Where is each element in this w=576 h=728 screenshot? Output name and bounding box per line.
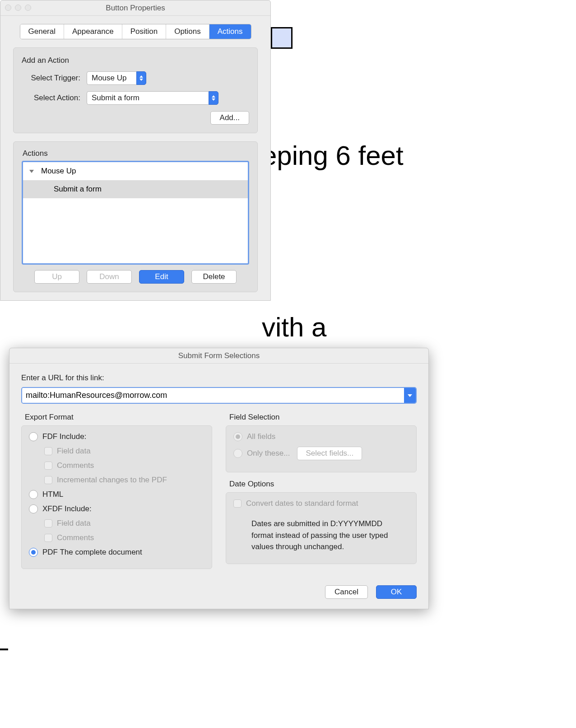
radio-icon xyxy=(233,432,242,441)
button-properties-window: Button Properties General Appearance Pos… xyxy=(0,0,271,301)
check-label: Comments xyxy=(57,461,94,470)
url-input[interactable] xyxy=(22,388,404,403)
radio-all-fields: All fields xyxy=(233,432,409,441)
up-button[interactable]: Up xyxy=(34,270,79,284)
trigger-value: Mouse Up xyxy=(87,71,136,85)
date-options-panel: Convert dates to standard format Dates a… xyxy=(226,492,417,564)
actions-list[interactable]: Mouse Up Submit a form xyxy=(22,161,249,265)
zoom-icon[interactable] xyxy=(25,5,31,11)
actions-item-mouse-up[interactable]: Mouse Up xyxy=(23,162,248,180)
radio-label: HTML xyxy=(42,490,63,499)
add-action-panel: Add an Action Select Trigger: Mouse Up S… xyxy=(13,47,258,133)
titlebar[interactable]: Submit Form Selections xyxy=(9,348,428,364)
bg-text-1: eping 6 feet xyxy=(262,140,404,171)
date-note: Dates are submitted in D:YYYYMMDD format… xyxy=(233,513,409,557)
checkbox-icon xyxy=(44,534,52,542)
window-controls xyxy=(5,5,31,11)
action-value: Submit a form xyxy=(87,91,209,105)
check-fdf-field-data: Field data xyxy=(44,447,204,456)
radio-label: FDF Include: xyxy=(42,432,86,441)
chevron-updown-icon xyxy=(136,71,146,85)
titlebar[interactable]: Button Properties xyxy=(0,0,270,16)
check-label: Incremental changes to the PDF xyxy=(57,476,167,485)
radio-label: XFDF Include: xyxy=(42,504,92,513)
select-fields-button: Select fields... xyxy=(297,447,362,460)
export-format-column: Export Format FDF Include: Field data Co… xyxy=(21,413,212,576)
radio-xfdf[interactable]: XFDF Include: xyxy=(29,504,204,513)
trigger-row: Select Trigger: Mouse Up xyxy=(22,71,249,85)
check-xfdf-field-data: Field data xyxy=(44,519,204,528)
actions-heading: Actions xyxy=(23,149,249,158)
radio-only-these: Only these... Select fields... xyxy=(233,447,409,460)
delete-button[interactable]: Delete xyxy=(191,270,237,284)
cancel-button[interactable]: Cancel xyxy=(325,585,368,599)
checkbox-icon xyxy=(44,519,52,527)
field-selection-panel: All fields Only these... Select fields..… xyxy=(226,425,417,472)
url-label: Enter a URL for this link: xyxy=(21,373,417,383)
actions-button-row: Up Down Edit Delete xyxy=(22,270,249,284)
check-fdf-incremental: Incremental changes to the PDF xyxy=(44,476,204,485)
down-button[interactable]: Down xyxy=(87,270,132,284)
minimize-icon[interactable] xyxy=(15,5,21,11)
chevron-updown-icon xyxy=(209,91,218,105)
window-title: Button Properties xyxy=(106,4,165,13)
export-format-heading: Export Format xyxy=(25,413,212,422)
check-xfdf-comments: Comments xyxy=(44,533,204,542)
radio-html[interactable]: HTML xyxy=(29,490,204,499)
radio-icon xyxy=(29,548,38,557)
add-action-heading: Add an Action xyxy=(22,56,249,65)
radio-icon xyxy=(29,432,38,441)
disclosure-triangle-icon[interactable] xyxy=(29,170,34,173)
check-label: Field data xyxy=(57,447,91,456)
check-label: Comments xyxy=(57,533,94,542)
edit-button[interactable]: Edit xyxy=(139,270,184,284)
radio-icon xyxy=(29,504,38,513)
check-label: Convert dates to standard format xyxy=(246,499,358,508)
trigger-label: Select Trigger: xyxy=(22,74,80,83)
checkbox-icon xyxy=(44,476,52,484)
radio-label: PDF The complete document xyxy=(42,548,142,557)
bg-text-2: vith a xyxy=(262,312,326,343)
actions-panel: Actions Mouse Up Submit a form Up Down E… xyxy=(13,141,258,292)
ok-button[interactable]: OK xyxy=(376,585,417,599)
radio-fdf[interactable]: FDF Include: xyxy=(29,432,204,441)
tab-general[interactable]: General xyxy=(20,24,64,39)
submit-form-selections-window: Submit Form Selections Enter a URL for t… xyxy=(9,348,429,609)
checkbox-icon xyxy=(44,462,52,470)
tab-segment: General Appearance Position Options Acti… xyxy=(20,24,251,39)
radio-pdf[interactable]: PDF The complete document xyxy=(29,548,204,557)
tab-options[interactable]: Options xyxy=(166,24,209,39)
checkbox-icon xyxy=(233,499,242,508)
close-icon[interactable] xyxy=(5,5,11,11)
right-column: Field Selection All fields Only these...… xyxy=(226,413,417,576)
tab-position[interactable]: Position xyxy=(122,24,166,39)
url-combobox[interactable] xyxy=(21,387,417,404)
checkbox-icon xyxy=(44,447,52,455)
radio-icon xyxy=(233,449,242,458)
date-options-heading: Date Options xyxy=(229,480,417,489)
check-fdf-comments: Comments xyxy=(44,461,204,470)
window-title: Submit Form Selections xyxy=(178,351,260,360)
radio-label: Only these... xyxy=(247,449,290,458)
tab-appearance[interactable]: Appearance xyxy=(64,24,122,39)
radio-label: All fields xyxy=(247,432,275,441)
radio-icon xyxy=(29,490,38,499)
action-label: Select Action: xyxy=(22,93,80,103)
check-label: Field data xyxy=(57,519,91,528)
bg-line xyxy=(0,649,8,650)
tab-actions[interactable]: Actions xyxy=(209,24,251,39)
actions-item-submit-form[interactable]: Submit a form xyxy=(23,180,248,198)
actions-item-label: Submit a form xyxy=(54,185,102,194)
dialog-footer: Cancel OK xyxy=(21,585,417,599)
check-convert-dates: Convert dates to standard format xyxy=(233,499,409,508)
action-row: Select Action: Submit a form xyxy=(22,91,249,105)
action-select[interactable]: Submit a form xyxy=(87,91,218,105)
export-format-panel: FDF Include: Field data Comments Increme… xyxy=(21,425,212,569)
actions-item-label: Mouse Up xyxy=(41,167,76,176)
trigger-select[interactable]: Mouse Up xyxy=(87,71,146,85)
field-selection-heading: Field Selection xyxy=(229,413,417,422)
add-button[interactable]: Add... xyxy=(210,111,249,125)
tab-bar: General Appearance Position Options Acti… xyxy=(0,16,270,47)
chevron-down-icon[interactable] xyxy=(404,388,416,403)
bg-button-preview xyxy=(271,27,293,49)
